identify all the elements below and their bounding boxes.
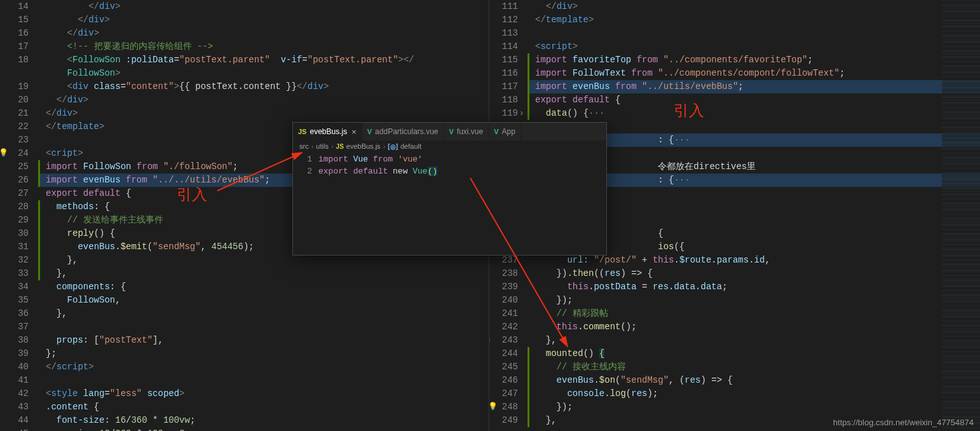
line-number[interactable]: 115 [489, 53, 518, 67]
line-number[interactable]: 247 [489, 387, 518, 400]
line-number[interactable]: 237 [489, 254, 518, 267]
line-number[interactable]: 36 [0, 307, 29, 320]
code-line[interactable]: }).then((res) => { [535, 267, 980, 280]
code-line[interactable]: }, [38, 254, 489, 267]
line-number[interactable]: 248 [489, 400, 518, 414]
code-line[interactable] [46, 320, 489, 334]
line-number[interactable]: 26 [0, 174, 29, 187]
tab-app[interactable]: VApp [489, 123, 521, 140]
breadcrumb-segment[interactable]: evebBus.js [346, 142, 381, 150]
line-number[interactable]: 32 [0, 254, 29, 267]
tab-evebbus-js[interactable]: JSevebBus.js× [293, 123, 362, 140]
breadcrumb[interactable]: src›utils›JSevebBus.js›[◎]default [293, 140, 606, 152]
code-line[interactable]: }, [38, 267, 489, 280]
line-number[interactable]: 27 [0, 187, 29, 200]
line-number[interactable]: 238 [489, 267, 518, 280]
line-number[interactable]: 117 [489, 80, 518, 93]
line-number[interactable]: 41 [0, 374, 29, 387]
line-number[interactable]: 43 [0, 400, 29, 414]
code-line[interactable]: this.comment(); [535, 320, 980, 334]
line-number[interactable]: 21 [0, 107, 29, 120]
code-line[interactable]: font-size: 16/360 * 100vw; [46, 414, 489, 427]
line-number[interactable]: 239 [489, 280, 518, 294]
line-number[interactable]: 34 [0, 280, 29, 294]
code-line[interactable]: evenBus.$on("sendMsg", (res) => { [527, 374, 980, 387]
breadcrumb-segment[interactable]: utils [316, 142, 329, 150]
code-line[interactable]: props: ["postText"], [46, 334, 489, 347]
code-line[interactable]: export default { [527, 93, 980, 107]
code-line[interactable]: <FollowSon :poliData="postText.parent" v… [46, 53, 489, 67]
line-number[interactable]: 33 [0, 267, 29, 280]
code-line[interactable]: import evenBus from "../utils/evebBus"; [527, 80, 980, 93]
line-number[interactable]: 249 [489, 414, 518, 427]
code-line[interactable]: data() {··· [527, 107, 980, 120]
code-line[interactable]: <!-- 把要递归的内容传给组件 --> [46, 40, 489, 53]
code-line[interactable]: components: { [46, 280, 489, 294]
line-number[interactable]: 114 [489, 40, 518, 53]
floating-code[interactable]: 1import Vue from 'vue'2export default ne… [293, 152, 606, 177]
breadcrumb-segment[interactable]: default [400, 142, 421, 150]
code-line[interactable]: <style lang="less" scoped> [46, 387, 489, 400]
line-number[interactable]: 246 [489, 374, 518, 387]
code-line[interactable]: import favoriteTop from "../components/f… [527, 53, 980, 67]
line-number[interactable]: 240 [489, 294, 518, 307]
line-number[interactable]: 245 [489, 360, 518, 374]
code-line[interactable]: export default new Vue() [318, 167, 437, 176]
line-number[interactable]: 243 [489, 334, 518, 347]
line-number[interactable]: 38 [0, 334, 29, 347]
line-number[interactable]: 1 [293, 153, 312, 165]
code-line[interactable]: </div> [535, 0, 980, 13]
code-line[interactable]: </div> [46, 93, 489, 107]
code-line[interactable]: </template> [535, 13, 980, 27]
line-number[interactable]: 40 [0, 360, 29, 374]
floating-editor-group[interactable]: JSevebBus.js×VaddParticulars.vueVfuxi.vu… [292, 122, 607, 256]
line-number[interactable]: 22 [0, 120, 29, 133]
line-number[interactable]: 17 [0, 40, 29, 53]
line-number[interactable]: 37 [0, 320, 29, 334]
code-line[interactable]: </div> [46, 0, 489, 13]
code-line[interactable]: }, [535, 334, 980, 347]
line-number[interactable]: 112 [489, 13, 518, 27]
code-line[interactable]: // 精彩跟帖 [535, 307, 980, 320]
code-line[interactable]: .content { [46, 400, 489, 414]
code-line[interactable]: }, [46, 307, 489, 320]
code-line[interactable]: <div class="content">{{ postText.content… [46, 80, 489, 93]
tab-addparticulars-vue[interactable]: VaddParticulars.vue [362, 123, 444, 140]
code-line[interactable]: import FollowText from "../components/co… [527, 67, 980, 80]
line-number[interactable]: 45 [0, 427, 29, 431]
code-line[interactable]: }; [46, 347, 489, 360]
code-line[interactable]: // 接收主线内容 [527, 360, 980, 374]
line-number[interactable]: 29 [0, 214, 29, 227]
line-number[interactable]: 23 [0, 133, 29, 147]
code-line[interactable]: }); [527, 400, 980, 414]
line-number[interactable]: 14 [0, 0, 29, 13]
line-number[interactable]: 39 [0, 347, 29, 360]
line-number[interactable]: 31 [0, 240, 29, 254]
line-number[interactable]: 118 [489, 93, 518, 107]
close-icon[interactable]: × [351, 127, 357, 137]
line-number[interactable]: 16 [0, 27, 29, 40]
code-line[interactable]: <script> [535, 40, 980, 53]
line-number[interactable]: 116 [489, 67, 518, 80]
code-line[interactable]: import Vue from 'vue' [318, 154, 423, 164]
line-number[interactable]: 44 [0, 414, 29, 427]
line-number[interactable]: 20 [0, 93, 29, 107]
minimap[interactable] [942, 0, 980, 431]
line-number[interactable]: 244 [489, 347, 518, 360]
line-number[interactable]: 42 [0, 387, 29, 400]
code-line[interactable]: this.postData = res.data.data; [535, 280, 980, 294]
line-number[interactable]: 19 [0, 80, 29, 93]
line-number[interactable]: 15 [0, 13, 29, 27]
line-number[interactable]: 30 [0, 227, 29, 240]
line-number[interactable]: 241 [489, 307, 518, 320]
code-line[interactable]: FollowSon, [46, 294, 489, 307]
line-number[interactable]: 28 [0, 200, 29, 214]
code-line[interactable]: mounted() { [527, 347, 980, 360]
line-number[interactable]: 113 [489, 27, 518, 40]
code-line[interactable]: margin: 10/360 * 100vw 0; [46, 427, 489, 431]
line-number[interactable]: 35 [0, 294, 29, 307]
code-line[interactable]: console.log(res); [527, 387, 980, 400]
gutter-left[interactable]: 1415161718192021222324252627282930313233… [0, 0, 35, 431]
tab-fuxi-vue[interactable]: Vfuxi.vue [444, 123, 489, 140]
code-line[interactable] [46, 374, 489, 387]
